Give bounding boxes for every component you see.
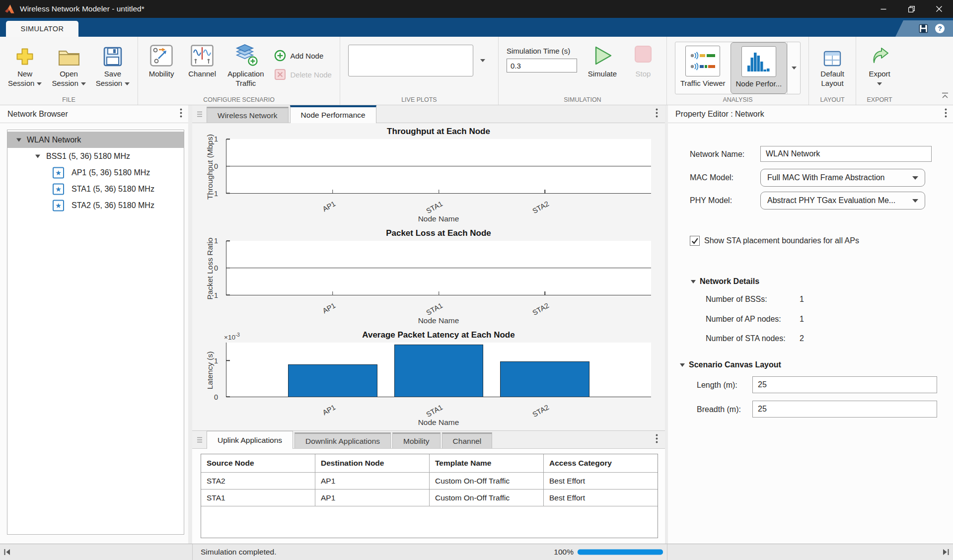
open-session-button[interactable]: OpenSession	[52, 41, 85, 88]
table-row[interactable]: STA1 AP1 Custom On-Off Traffic Best Effo…	[201, 490, 658, 506]
column-header[interactable]: Destination Node	[315, 454, 430, 473]
xtick-mark	[332, 291, 333, 295]
kebab-icon[interactable]	[656, 434, 658, 445]
property-editor-content: Network Name: MAC Model: Full MAC With F…	[668, 123, 953, 544]
tree-item-label: BSS1 (5, 36) 5180 MHz	[46, 152, 130, 161]
chart-xticks: AP1STA1STA2	[226, 297, 651, 316]
qat-save-icon[interactable]	[919, 24, 928, 33]
simulation-time-group: Simulation Time (s)	[507, 41, 577, 72]
show-sta-boundaries-checkbox[interactable]	[690, 236, 700, 246]
kebab-icon[interactable]	[656, 108, 658, 120]
xtick-mark	[439, 190, 440, 193]
traffic-viewer-button[interactable]: Traffic Viewer	[675, 42, 731, 94]
breadth-input[interactable]	[752, 401, 937, 418]
tab-wireless-network[interactable]: Wireless Network	[207, 107, 289, 123]
tree-expander-icon[interactable]	[16, 138, 21, 141]
xtick-label: STA2	[531, 403, 550, 419]
chart-title: Average Packet Latency at Each Node	[226, 330, 651, 340]
section-live-plots: LIVE PLOTS	[340, 37, 499, 105]
new-session-icon	[15, 42, 35, 67]
kebab-icon[interactable]	[945, 108, 947, 120]
table-cell: Best Effort	[544, 490, 658, 506]
tree-item-sta1[interactable]: ★ STA1 (5, 36) 5180 MHz	[7, 181, 184, 197]
default-layout-button[interactable]: DefaultLayout	[817, 41, 848, 88]
tab-mobility[interactable]: Mobility	[392, 432, 440, 448]
new-session-button[interactable]: NewSession	[8, 41, 42, 88]
tree-item-label: STA1 (5, 36) 5180 MHz	[72, 185, 154, 194]
tree-expander-icon[interactable]	[35, 154, 40, 158]
tab-node-performance[interactable]: Node Performance	[290, 105, 376, 123]
chart-title: Packet Loss at Each Node	[226, 228, 651, 238]
status-message: Simulation completed.	[201, 548, 277, 557]
column-header[interactable]: Source Node	[201, 454, 315, 473]
main-area: Network Browser WLAN Network BSS1 (5, 36…	[0, 105, 953, 544]
scenario-canvas-layout-title: Scenario Canvas Layout	[689, 360, 781, 369]
traffic-viewer-icon	[685, 46, 720, 76]
minimize-button[interactable]	[870, 0, 897, 18]
kebab-icon[interactable]	[180, 108, 182, 120]
default-layout-label-2: Layout	[821, 79, 844, 87]
tree-item-sta2[interactable]: ★ STA2 (5, 36) 5180 MHz	[7, 197, 184, 213]
collapse-ribbon-button[interactable]	[941, 92, 949, 101]
channel-button[interactable]: Channel	[187, 41, 218, 78]
network-tree: WLAN Network BSS1 (5, 36) 5180 MHz ★ AP1…	[7, 130, 184, 535]
length-input[interactable]	[752, 376, 937, 393]
mac-model-dropdown[interactable]: Full MAC With Frame Abstraction	[760, 169, 925, 187]
close-button[interactable]	[925, 0, 953, 18]
live-plots-combobox[interactable]	[348, 45, 473, 76]
simulation-time-input[interactable]	[507, 59, 577, 72]
tab-uplink-applications[interactable]: Uplink Applications	[207, 431, 293, 449]
tab-channel[interactable]: Channel	[442, 432, 493, 448]
xtick-label: AP1	[321, 301, 337, 315]
section-analysis: Traffic Viewer	[667, 37, 809, 105]
window-title: Wireless Network Modeler - untitled*	[20, 4, 145, 13]
statusbar-divider	[192, 544, 193, 560]
phy-model-dropdown[interactable]: Abstract PHY TGax Evaluation Me...	[760, 192, 925, 210]
live-plots-dropdown-button[interactable]	[475, 45, 490, 76]
section-file: NewSession OpenSession	[0, 37, 138, 105]
panel-splitter[interactable]	[188, 105, 192, 544]
status-bar: Simulation completed. 100%	[0, 544, 953, 560]
drag-handle-icon[interactable]	[197, 436, 203, 443]
tab-simulator[interactable]: SIMULATOR	[6, 21, 78, 37]
application-traffic-button[interactable]: ApplicationTraffic	[227, 41, 264, 88]
drag-handle-icon[interactable]	[197, 111, 203, 118]
tree-item-wlan-network[interactable]: WLAN Network	[7, 132, 184, 148]
maximize-button[interactable]	[897, 0, 925, 18]
analysis-gallery-dropdown[interactable]	[787, 42, 800, 94]
stop-label: Stop	[635, 69, 651, 78]
num-ap-label: Number of AP nodes:	[706, 315, 781, 324]
applications-tab-strip: Uplink Applications Downlink Application…	[192, 430, 665, 449]
delete-node-button[interactable]: Delete Node	[274, 69, 332, 80]
simulate-button[interactable]: Simulate	[587, 41, 618, 78]
add-node-icon	[274, 50, 286, 62]
save-session-button[interactable]: SaveSession	[96, 41, 130, 88]
collapse-left-panel-icon[interactable]	[3, 549, 11, 556]
tab-downlink-applications[interactable]: Downlink Applications	[294, 432, 391, 448]
ytick-label: 1	[214, 135, 218, 143]
xtick-label: STA1	[425, 403, 444, 419]
zero-line	[226, 166, 651, 167]
section-label-file: FILE	[0, 96, 138, 103]
network-name-input[interactable]	[760, 146, 932, 162]
xtick-label: STA2	[531, 301, 550, 317]
section-label-layout: LAYOUT	[809, 96, 856, 103]
table-row[interactable]: STA2 AP1 Custom On-Off Traffic Best Effo…	[201, 473, 658, 490]
collapse-right-panel-icon[interactable]	[942, 549, 950, 556]
help-icon[interactable]: ?	[935, 23, 945, 34]
chart-xticks: AP1STA1STA2	[226, 196, 651, 214]
stop-button[interactable]: Stop	[628, 41, 659, 78]
node-performance-button[interactable]: Node Perfor...	[731, 42, 788, 94]
export-button[interactable]: Export	[864, 41, 895, 88]
node-star-icon: ★	[53, 200, 64, 211]
scenario-canvas-layout-section[interactable]: Scenario Canvas Layout	[680, 360, 781, 369]
column-header[interactable]: Access Category	[544, 454, 658, 473]
column-header[interactable]: Template Name	[430, 454, 544, 473]
zero-line	[226, 268, 651, 269]
tree-item-bss1[interactable]: BSS1 (5, 36) 5180 MHz	[7, 148, 184, 164]
mobility-button[interactable]: Mobility	[146, 41, 177, 78]
tree-item-ap1[interactable]: ★ AP1 (5, 36) 5180 MHz	[7, 164, 184, 181]
add-node-button[interactable]: Add Node	[274, 50, 332, 62]
network-details-section[interactable]: Network Details	[691, 277, 759, 286]
add-node-label: Add Node	[291, 52, 324, 60]
